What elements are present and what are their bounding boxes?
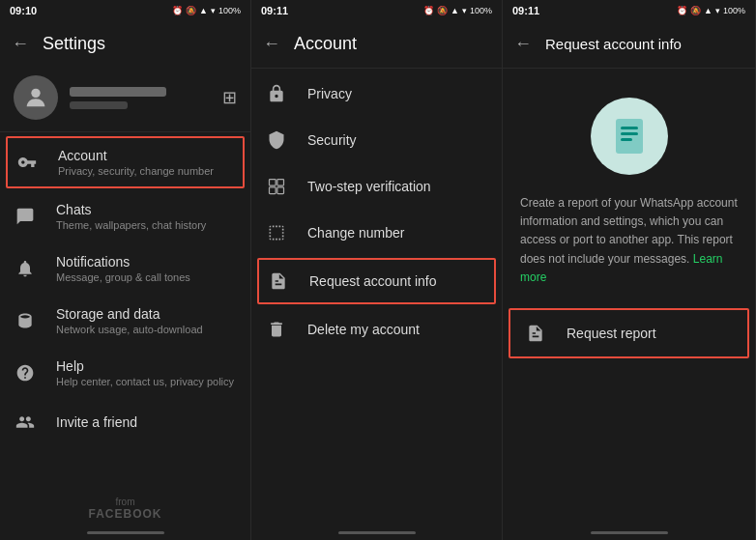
svg-rect-1 (270, 180, 276, 186)
privacy-text: Privacy (307, 86, 488, 101)
requestinfo-menu-item[interactable]: Request account info (257, 258, 496, 304)
brand-label: FACEBOOK (0, 507, 250, 521)
signal-icon-3: ▲ (704, 6, 712, 15)
svg-rect-5 (616, 119, 643, 154)
chats-title: Chats (56, 202, 237, 217)
status-bar-1: 09:10 ⏰ 🔕 ▲ ▾ 100% (0, 0, 250, 21)
wifi-icon-2: ▾ (462, 6, 467, 15)
doc-icon-report (524, 322, 547, 345)
alarm-icon-2: ⏰ (423, 6, 434, 15)
changenumber-title: Change number (307, 225, 488, 241)
profile-section[interactable]: ⊞ (0, 66, 250, 129)
mute-icon-3: 🔕 (690, 6, 701, 15)
back-arrow-2[interactable]: ← (263, 34, 280, 54)
from-label: from (0, 497, 250, 507)
requestinfo-header-title: Request account info (545, 36, 682, 52)
divider-3 (503, 68, 755, 69)
notifications-menu-text: Notifications Message, group & call tone… (56, 254, 237, 283)
svg-point-0 (31, 89, 40, 98)
storage-menu-text: Storage and data Network usage, auto-dow… (56, 306, 237, 335)
status-icons-1: ⏰ 🔕 ▲ ▾ 100% (172, 6, 241, 15)
help-title: Help (56, 358, 237, 374)
deleteaccount-text: Delete my account (307, 322, 488, 337)
twostep-menu-item[interactable]: Two-step verification (251, 163, 502, 210)
svg-rect-8 (621, 138, 632, 141)
account-menu-item[interactable]: Account Privacy, security, change number (6, 136, 245, 188)
profile-info (70, 87, 215, 109)
illustration-container (503, 71, 755, 194)
description-text: Create a report of your WhatsApp account… (503, 194, 755, 287)
notifications-title: Notifications (56, 254, 237, 270)
invite-title: Invite a friend (56, 414, 237, 430)
alarm-icon: ⏰ (172, 6, 183, 15)
status-time-3: 09:11 (512, 5, 539, 16)
requestinfo-text: Request account info (309, 273, 486, 289)
changenumber-menu-item[interactable]: Change number (251, 210, 502, 256)
status-bar-3: 09:11 ⏰ 🔕 ▲ ▾ 100% (503, 0, 755, 21)
help-menu-item[interactable]: Help Help center, contact us, privacy po… (0, 347, 250, 399)
doc-icon-account (267, 270, 290, 293)
avatar (14, 75, 58, 120)
settings-title: Settings (43, 34, 105, 54)
help-icon (14, 361, 37, 384)
chat-icon (14, 205, 37, 228)
account-panel: 09:11 ⏰ 🔕 ▲ ▾ 100% ← Account Privacy (251, 0, 503, 540)
deleteaccount-title: Delete my account (307, 322, 488, 337)
people-icon (14, 411, 37, 434)
requestinfo-title: Request account info (309, 273, 486, 289)
svg-rect-2 (277, 180, 284, 186)
battery-icon: 100% (218, 6, 241, 15)
back-arrow-3[interactable]: ← (514, 34, 532, 54)
privacy-title: Privacy (307, 86, 488, 101)
request-report-button[interactable]: Request report (509, 308, 749, 358)
qr-icon[interactable]: ⊞ (222, 87, 237, 108)
back-arrow-1[interactable]: ← (12, 34, 29, 54)
notifications-menu-item[interactable]: Notifications Message, group & call tone… (0, 242, 250, 295)
status-icons-3: ⏰ 🔕 ▲ ▾ 100% (677, 6, 745, 15)
svg-rect-7 (621, 132, 638, 135)
signal-icon-2: ▲ (451, 6, 459, 15)
profile-status-placeholder (70, 101, 128, 109)
alarm-icon-3: ⏰ (677, 6, 687, 15)
wifi-icon-3: ▾ (715, 6, 720, 15)
twostep-title: Two-step verification (307, 179, 488, 194)
svg-rect-3 (270, 187, 276, 194)
account-subtitle: Privacy, security, change number (58, 165, 235, 177)
avatar-icon (22, 84, 49, 111)
svg-rect-6 (621, 127, 638, 129)
storage-subtitle: Network usage, auto-download (56, 324, 237, 335)
twostep-text: Two-step verification (307, 179, 488, 194)
signal-icon: ▲ (199, 6, 208, 15)
help-menu-text: Help Help center, contact us, privacy po… (56, 358, 237, 387)
status-time-2: 09:11 (261, 5, 288, 16)
status-bar-2: 09:11 ⏰ 🔕 ▲ ▾ 100% (251, 0, 502, 21)
storage-menu-item[interactable]: Storage and data Network usage, auto-dow… (0, 295, 250, 347)
battery-icon-3: 100% (723, 6, 745, 15)
lock-icon (265, 82, 288, 105)
chats-subtitle: Theme, wallpapers, chat history (56, 219, 237, 231)
security-menu-item[interactable]: Security (251, 117, 502, 163)
nav-bar-1 (87, 531, 164, 534)
key-icon (15, 151, 39, 174)
battery-icon-2: 100% (470, 6, 492, 15)
changenumber-icon (265, 221, 288, 244)
notifications-subtitle: Message, group & call tones (56, 271, 237, 283)
account-title: Account (58, 148, 235, 163)
svg-rect-4 (277, 187, 284, 194)
privacy-menu-item[interactable]: Privacy (251, 71, 502, 117)
request-report-text: Request report (567, 326, 734, 341)
settings-panel: 09:10 ⏰ 🔕 ▲ ▾ 100% ← Settings ⊞ (0, 0, 251, 540)
chats-menu-item[interactable]: Chats Theme, wallpapers, chat history (0, 190, 250, 242)
doc-illustration-icon (606, 113, 653, 159)
account-header: ← Account (251, 21, 502, 66)
trash-icon (265, 318, 288, 341)
account-menu-text: Account Privacy, security, change number (58, 148, 235, 177)
mute-icon-2: 🔕 (437, 6, 448, 15)
account-header-title: Account (294, 34, 357, 54)
security-text: Security (307, 132, 488, 148)
profile-name-placeholder (70, 87, 166, 97)
illustration-circle (591, 98, 668, 175)
deleteaccount-menu-item[interactable]: Delete my account (251, 306, 502, 353)
footer-section: from FACEBOOK (0, 497, 250, 521)
invite-menu-item[interactable]: Invite a friend (0, 399, 250, 445)
